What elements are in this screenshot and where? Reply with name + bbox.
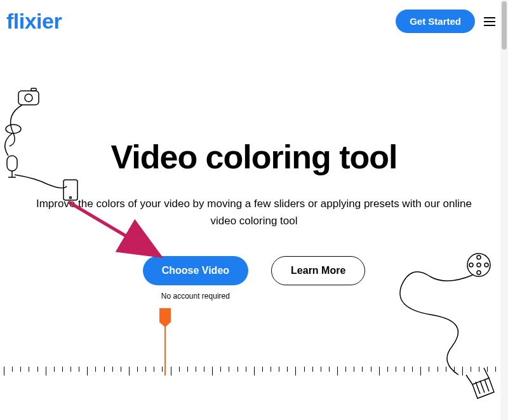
svg-line-21	[466, 375, 472, 384]
svg-line-19	[480, 381, 485, 393]
svg-point-13	[485, 263, 488, 267]
svg-point-11	[467, 254, 490, 276]
scrollbar-track[interactable]	[500, 0, 508, 420]
header-actions: Get Started	[396, 10, 495, 33]
page-title: Video coloring tool	[25, 138, 483, 176]
svg-line-20	[485, 379, 489, 391]
scrollbar-thumb[interactable]	[502, 1, 507, 50]
svg-line-18	[476, 382, 480, 394]
timeline	[0, 299, 500, 376]
subtitle: Improve the colors of your video by movi…	[35, 195, 473, 229]
hamburger-menu-icon[interactable]	[484, 17, 495, 26]
svg-point-16	[477, 263, 481, 267]
svg-point-15	[469, 263, 473, 267]
get-started-button[interactable]: Get Started	[396, 10, 475, 33]
primary-cta-col: Choose Video No account required	[143, 256, 248, 301]
timeline-ticks	[0, 367, 500, 376]
header: flixier Get Started	[0, 0, 508, 43]
logo[interactable]: flixier	[6, 9, 62, 34]
choose-video-button[interactable]: Choose Video	[143, 256, 248, 285]
svg-point-12	[477, 255, 481, 259]
svg-point-14	[477, 271, 481, 274]
learn-more-button[interactable]: Learn More	[271, 256, 365, 285]
